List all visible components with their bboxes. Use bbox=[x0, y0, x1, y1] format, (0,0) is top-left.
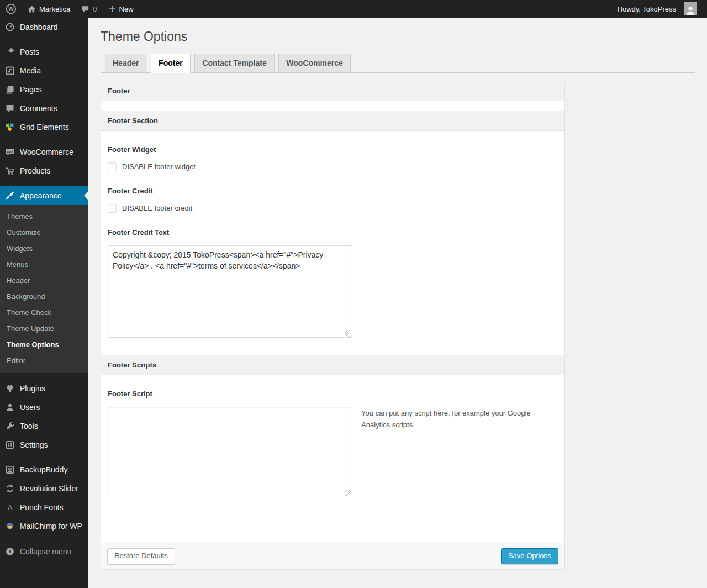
footer-script-hint: You can put any script here, for example… bbox=[361, 407, 532, 431]
sidebar-item-label: MailChimp for WP bbox=[20, 522, 82, 531]
sidebar-item-label: WooCommerce bbox=[20, 148, 73, 156]
sidebar-item-appearance[interactable]: Appearance bbox=[0, 186, 88, 205]
collapse-menu-button[interactable]: Collapse menu bbox=[0, 542, 88, 561]
submenu-item-background[interactable]: Background bbox=[0, 288, 88, 305]
refresh-arrows-icon bbox=[6, 484, 14, 493]
sidebar-item-grid-elements[interactable]: Grid Elements bbox=[0, 118, 88, 136]
media-icon bbox=[6, 66, 14, 75]
sidebar-item-revolution-slider[interactable]: Revolution Slider bbox=[0, 479, 88, 498]
sidebar-item-label: Settings bbox=[20, 440, 48, 449]
footer-script-row: You can put any script here, for example… bbox=[108, 407, 558, 497]
sidebar-item-label: BackupBuddy bbox=[20, 465, 67, 474]
save-options-button[interactable]: Save Options bbox=[501, 548, 558, 564]
sidebar-item-tools[interactable]: Tools bbox=[0, 417, 88, 435]
collapse-arrow-icon bbox=[6, 547, 14, 556]
new-menu[interactable]: New bbox=[103, 0, 139, 18]
footer-widget-label: Footer Widget bbox=[108, 145, 558, 154]
page-title: Theme Options bbox=[101, 29, 695, 45]
home-icon bbox=[28, 5, 36, 13]
sidebar-item-label: Tools bbox=[20, 422, 38, 431]
footer-script-textarea[interactable] bbox=[108, 407, 352, 497]
sidebar-item-label: Dashboard bbox=[20, 23, 58, 32]
restore-defaults-button[interactable]: Restore Defaults bbox=[107, 548, 175, 564]
sidebar-item-mailchimp[interactable]: MailChimp for WP bbox=[0, 517, 88, 536]
sidebar-item-label: Posts bbox=[20, 48, 39, 56]
svg-text:Woo: Woo bbox=[7, 150, 14, 154]
menu-separator bbox=[0, 136, 88, 143]
submenu-item-theme-check[interactable]: Theme Check bbox=[0, 305, 88, 321]
sidebar-item-comments[interactable]: Comments bbox=[0, 99, 88, 118]
submenu-item-theme-update[interactable]: Theme Update bbox=[0, 321, 88, 337]
footer-credit-row: DISABLE footer credit bbox=[108, 204, 558, 213]
svg-text:W: W bbox=[8, 6, 14, 12]
theme-options-panel: Footer Footer Section Footer Widget DISA… bbox=[101, 81, 565, 570]
sidebar-item-punch-fonts[interactable]: A Punch Fonts bbox=[0, 498, 88, 517]
footer-section-body: Footer Widget DISABLE footer widget Foot… bbox=[101, 131, 564, 355]
submenu-item-theme-options[interactable]: Theme Options bbox=[0, 337, 88, 353]
mailchimp-monkey-icon bbox=[6, 522, 14, 531]
sidebar-item-pages[interactable]: Pages bbox=[0, 80, 88, 99]
sidebar-item-label: Pages bbox=[20, 85, 42, 94]
spacer bbox=[108, 497, 558, 527]
disable-footer-credit-label: DISABLE footer credit bbox=[122, 204, 192, 212]
sidebar-item-label: Products bbox=[20, 166, 50, 175]
sidebar-item-plugins[interactable]: Plugins bbox=[0, 379, 88, 398]
tab-header[interactable]: Header bbox=[105, 54, 146, 72]
settings-icon bbox=[6, 440, 14, 449]
sidebar-item-settings[interactable]: Settings bbox=[0, 435, 88, 454]
brush-icon bbox=[6, 191, 14, 200]
panel-footer-bar: Restore Defaults Save Options bbox=[101, 543, 564, 569]
disable-footer-widget-checkbox[interactable] bbox=[108, 162, 117, 171]
admin-menu: Dashboard Posts Media Pages Comments Gri… bbox=[0, 18, 88, 588]
sidebar-item-media[interactable]: Media bbox=[0, 61, 88, 80]
admin-bar: W Marketica 0 New Howdy, TokoPress bbox=[0, 0, 707, 18]
sidebar-item-dashboard[interactable]: Dashboard bbox=[0, 18, 88, 36]
sidebar-item-label: Users bbox=[20, 403, 40, 412]
footer-credit-text-textarea[interactable]: Copyright &copy; 2015 TokoPress<span><a … bbox=[108, 245, 352, 338]
disable-footer-widget-label: DISABLE footer widget bbox=[122, 162, 196, 171]
site-menu[interactable]: Marketica bbox=[22, 0, 76, 18]
submenu-item-editor[interactable]: Editor bbox=[0, 353, 88, 369]
woocommerce-icon: Woo bbox=[5, 148, 15, 156]
footer-credit-text-label: Footer Credit Text bbox=[108, 228, 558, 237]
submenu-item-themes[interactable]: Themes bbox=[0, 208, 88, 224]
sidebar-item-label: Plugins bbox=[20, 384, 45, 393]
pushpin-icon bbox=[6, 48, 14, 56]
sidebar-item-products[interactable]: Products bbox=[0, 161, 88, 180]
submenu-item-customize[interactable]: Customize bbox=[0, 224, 88, 240]
footer-scripts-header: Footer Scripts bbox=[101, 355, 564, 375]
my-account-menu[interactable]: Howdy, TokoPress bbox=[612, 2, 703, 15]
appearance-submenu: Themes Customize Widgets Menus Header Ba… bbox=[0, 205, 88, 373]
wordpress-logo-menu[interactable]: W bbox=[0, 0, 22, 18]
sidebar-item-label: Punch Fonts bbox=[20, 503, 64, 512]
submenu-item-menus[interactable]: Menus bbox=[0, 256, 88, 272]
tab-woocommerce[interactable]: WooCommerce bbox=[278, 54, 350, 72]
collapse-menu-label: Collapse menu bbox=[20, 547, 71, 556]
comments-icon bbox=[6, 104, 14, 113]
sidebar-item-users[interactable]: Users bbox=[0, 398, 88, 417]
comments-menu[interactable]: 0 bbox=[76, 0, 102, 18]
menu-separator bbox=[0, 373, 88, 379]
sidebar-item-label: Grid Elements bbox=[20, 123, 69, 132]
comment-bubble-icon bbox=[81, 5, 89, 13]
submenu-item-widgets[interactable]: Widgets bbox=[0, 240, 88, 256]
footer-credit-label: Footer Credit bbox=[108, 187, 558, 195]
main-content: Theme Options Header Footer Contact Temp… bbox=[88, 0, 707, 588]
menu-separator bbox=[0, 454, 88, 460]
sidebar-item-posts[interactable]: Posts bbox=[0, 43, 88, 61]
sidebar-item-label: Media bbox=[20, 66, 41, 75]
comment-count: 0 bbox=[93, 5, 97, 13]
sidebar-item-woocommerce[interactable]: Woo WooCommerce bbox=[0, 143, 88, 161]
cart-icon bbox=[6, 166, 14, 175]
menu-separator bbox=[0, 36, 88, 43]
backupbuddy-icon bbox=[6, 465, 14, 474]
plus-icon bbox=[108, 5, 116, 13]
disable-footer-credit-checkbox[interactable] bbox=[108, 204, 117, 213]
sidebar-item-label: Comments bbox=[20, 104, 57, 113]
tab-footer[interactable]: Footer bbox=[151, 54, 191, 73]
site-name: Marketica bbox=[39, 5, 70, 13]
dashboard-icon bbox=[6, 23, 14, 32]
sidebar-item-backupbuddy[interactable]: BackupBuddy bbox=[0, 460, 88, 479]
tab-contact-template[interactable]: Contact Template bbox=[194, 54, 274, 72]
submenu-item-header[interactable]: Header bbox=[0, 272, 88, 288]
